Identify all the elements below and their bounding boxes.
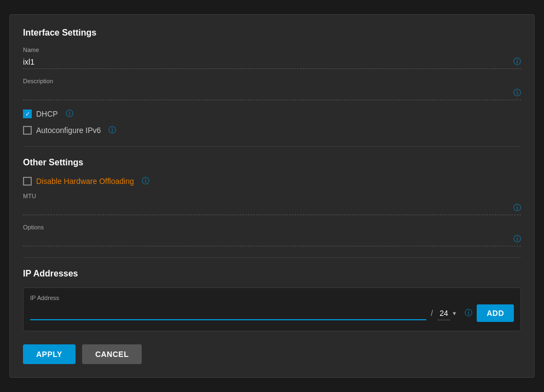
name-field-container: Name ⓘ	[23, 47, 521, 69]
description-label: Description	[23, 78, 521, 84]
description-field-container: Description ⓘ	[23, 78, 521, 100]
options-input[interactable]	[23, 233, 521, 246]
ip-addresses-title: IP Addresses	[23, 269, 521, 279]
disable-hardware-offloading-row: Disable Hardware Offloading ⓘ	[23, 176, 521, 186]
dhcp-help-icon[interactable]: ⓘ	[66, 109, 73, 119]
disable-hardware-offloading-help-icon[interactable]: ⓘ	[142, 176, 149, 186]
name-help-icon[interactable]: ⓘ	[513, 57, 521, 67]
dhcp-row: DHCP ⓘ	[23, 109, 521, 119]
mtu-help-icon[interactable]: ⓘ	[513, 203, 521, 213]
autoconfigure-ipv6-label: Autoconfigure IPv6	[36, 126, 101, 135]
description-help-icon[interactable]: ⓘ	[513, 88, 521, 98]
other-settings-title: Other Settings	[23, 158, 521, 168]
autoconfigure-ipv6-row: Autoconfigure IPv6 ⓘ	[23, 125, 521, 135]
cidr-wrapper: 8 16 24 32 ▼	[437, 307, 457, 320]
ip-addresses-section: IP Addresses IP Address / 8 16 24 32 ▼ ⓘ…	[23, 269, 521, 331]
ip-slash: /	[431, 309, 433, 318]
ip-address-input[interactable]	[30, 306, 426, 320]
ip-help-icon[interactable]: ⓘ	[465, 308, 472, 318]
ip-input-container: IP Address / 8 16 24 32 ▼ ⓘ ADD	[23, 287, 521, 331]
cidr-dropdown-arrow: ▼	[452, 310, 457, 316]
footer-buttons: APPLY CANCEL	[23, 344, 521, 364]
cidr-select[interactable]: 8 16 24 32	[437, 307, 450, 320]
dhcp-label: DHCP	[36, 109, 58, 118]
interface-settings-modal: Interface Settings Name ⓘ Description ⓘ …	[9, 14, 535, 378]
autoconfigure-ipv6-checkbox[interactable]	[23, 126, 32, 135]
divider-2	[23, 257, 521, 258]
options-field-container: Options ⓘ	[23, 224, 521, 246]
ip-input-row: / 8 16 24 32 ▼ ⓘ ADD	[30, 304, 514, 322]
ip-address-label: IP Address	[30, 295, 514, 301]
disable-hardware-offloading-checkbox[interactable]	[23, 177, 32, 186]
mtu-field-container: MTU ⓘ	[23, 193, 521, 215]
options-label: Options	[23, 224, 521, 230]
name-label: Name	[23, 47, 521, 53]
autoconfigure-ipv6-help-icon[interactable]: ⓘ	[108, 125, 116, 135]
dhcp-checkbox[interactable]	[23, 109, 32, 118]
options-help-icon[interactable]: ⓘ	[513, 234, 521, 244]
divider-1	[23, 146, 521, 147]
modal-title: Interface Settings	[23, 28, 521, 38]
disable-hardware-offloading-label: Disable Hardware Offloading	[36, 177, 134, 186]
description-input[interactable]	[23, 87, 521, 100]
cancel-button[interactable]: CANCEL	[82, 344, 142, 364]
mtu-input[interactable]	[23, 201, 521, 215]
apply-button[interactable]: APPLY	[23, 344, 76, 364]
add-button[interactable]: ADD	[477, 304, 514, 322]
mtu-label: MTU	[23, 193, 521, 199]
name-input[interactable]	[23, 55, 521, 69]
other-settings-section: Other Settings Disable Hardware Offloadi…	[23, 158, 521, 246]
